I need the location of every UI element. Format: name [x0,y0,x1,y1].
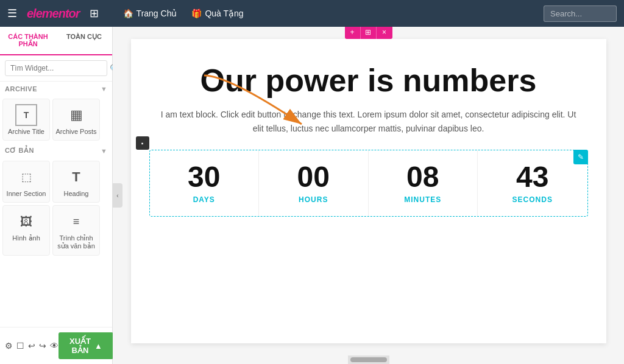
sidebar-search-bar[interactable]: 🔍 [0,55,112,82]
countdown-seconds-label: SECONDS [484,195,581,204]
widget-image-label: Hình ảnh [12,234,40,242]
countdown-hours: 00 HOURS [259,150,369,216]
sidebar-bottom-bar: ⚙ ☐ ↩ ↪ 👁 XUẤT BẢN ▲ [0,327,112,364]
countdown-hours-value: 00 [265,163,362,192]
bottom-icons: ⚙ ☐ ↩ ↪ 👁 [5,341,58,351]
countdown-grid: 30 DAYS 00 HOURS 08 MINUTES 43 SECONDS [150,150,587,216]
widget-inner-section[interactable]: ⬚ Inner Section [2,161,50,203]
eye-icon[interactable]: 👁 [50,341,58,351]
widget-archive-title[interactable]: T Archive Title [2,99,50,141]
countdown-edit-button[interactable]: ✎ [573,150,588,164]
publish-button[interactable]: XUẤT BẢN ▲ [58,332,113,359]
section-archive-title: ARCHIVE [5,85,37,93]
hero-subtext[interactable]: I am text block. Click edit button to ch… [131,108,606,150]
section-basic[interactable]: CƠ BẢN ▼ [0,143,112,158]
chevron-down-icon: ▼ [101,85,107,93]
countdown-days: 30 DAYS [150,150,260,216]
countdown-seconds-value: 43 [484,163,581,192]
archive-title-icon: T [15,104,37,126]
top-navigation: ☰ elementor ⊞ 🏠 Trang Chủ 🎁 Quà Tặng [0,0,624,27]
section-basic-title: CƠ BẢN [5,147,34,155]
archive-posts-icon: ▦ [65,104,87,126]
nav-link-home[interactable]: 🏠 Trang Chủ [118,6,182,21]
heading-icon: T [65,166,87,188]
chevron-up-icon: ▲ [94,341,102,351]
gift-icon: 🎁 [191,9,202,18]
sidebar-collapse-handle[interactable]: ‹ [113,183,122,208]
nav-links: 🏠 Trang Chủ 🎁 Quà Tặng [118,6,534,21]
section-close-button[interactable]: × [377,27,392,39]
sidebar-tabs: CÁC THÀNH PHẦN TOÀN CỤC [0,27,112,55]
responsive-icon[interactable]: ☐ [16,341,24,351]
widget-inner-section-label: Inner Section [7,190,46,197]
grid-icon[interactable]: ⊞ [90,7,99,20]
nav-link-gift[interactable]: 🎁 Quà Tặng [186,6,248,21]
inner-section-icon: ⬚ [15,166,37,188]
widget-heading-label: Heading [64,190,89,197]
settings-icon[interactable]: ⚙ [5,341,13,351]
column-handle[interactable]: ▪ [136,136,149,150]
canvas-scrollbar[interactable] [348,355,389,364]
countdown-minutes-label: MINUTES [375,195,472,204]
canvas-page: + ⊞ × ▪ Our power i [131,39,606,343]
section-grid-button[interactable]: ⊞ [361,27,377,39]
column-handle-icon: ▪ [141,140,144,147]
archive-widgets: T Archive Title ▦ Archive Posts [0,96,112,143]
section-archive[interactable]: ARCHIVE ▼ [0,82,112,96]
hero-heading[interactable]: Our power is numbers [131,39,606,108]
widget-heading[interactable]: T Heading [52,161,100,203]
widget-archive-posts[interactable]: ▦ Archive Posts [52,99,100,141]
canvas-area: ‹ + ⊞ × ▪ [113,27,624,364]
widget-search-input[interactable] [5,60,107,76]
sidebar: CÁC THÀNH PHẦN TOÀN CỤC 🔍 ARCHIVE ▼ T Ar… [0,27,113,364]
nav-search[interactable] [544,5,617,22]
countdown-days-value: 30 [156,163,253,192]
countdown-widget: ✎ 30 DAYS 00 HOURS 08 MINUTES [149,150,588,217]
redo-icon[interactable]: ↪ [39,341,46,351]
chevron-left-icon: ‹ [116,192,118,199]
text-editor-icon: ≡ [65,211,87,233]
countdown-minutes-value: 08 [375,163,472,192]
undo-icon[interactable]: ↩ [28,341,35,351]
home-icon: 🏠 [123,9,133,18]
image-icon: 🖼 [15,211,37,233]
countdown-days-label: DAYS [156,195,253,204]
search-input[interactable] [544,5,617,22]
section-add-button[interactable]: + [345,27,361,39]
hamburger-menu-icon[interactable]: ☰ [7,7,17,20]
brand-logo: elementor [27,7,80,21]
tab-components[interactable]: CÁC THÀNH PHẦN [0,27,56,55]
section-toolbar: + ⊞ × [345,27,392,39]
widget-text-editor[interactable]: ≡ Trình chỉnh sửa văn bản [52,205,100,256]
widget-text-editor-label: Trình chỉnh sửa văn bản [55,234,97,250]
widget-archive-title-label: Archive Title [8,128,44,135]
scrollbar-thumb[interactable] [350,357,387,362]
countdown-minutes: 08 MINUTES [369,150,478,216]
basic-widgets: ⬚ Inner Section T Heading 🖼 Hình ảnh ≡ T… [0,158,112,258]
widget-archive-posts-label: Archive Posts [55,128,96,135]
countdown-hours-label: HOURS [265,195,362,204]
tab-global[interactable]: TOÀN CỤC [56,27,112,55]
main-layout: CÁC THÀNH PHẦN TOÀN CỤC 🔍 ARCHIVE ▼ T Ar… [0,27,624,364]
widget-image[interactable]: 🖼 Hình ảnh [2,205,50,256]
countdown-seconds: 43 SECONDS [478,150,587,216]
chevron-down-icon-2: ▼ [101,147,107,155]
